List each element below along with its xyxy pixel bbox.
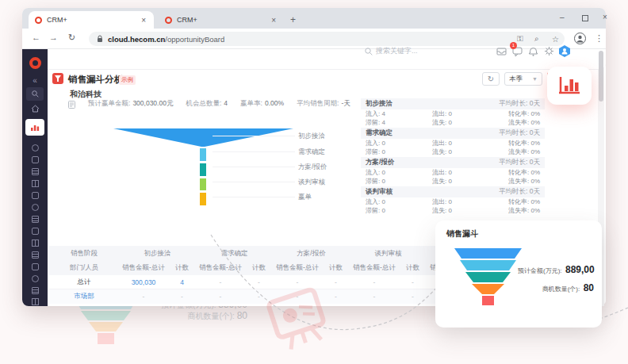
sidebar-icon [32, 275, 39, 282]
dept-link[interactable]: 市场部 [49, 292, 119, 301]
key-icon[interactable]: ⚿ [517, 34, 523, 44]
bar-chart-icon [557, 75, 581, 96]
browser-tab-2[interactable]: CRM+ × [159, 11, 284, 29]
faded-stat-count: 商机数量(个): 80 [143, 310, 247, 322]
notification-badge: 1 [510, 42, 517, 49]
sidebar-item-12[interactable] [27, 263, 43, 270]
sidebar-icon [32, 180, 39, 187]
sidebar-item-13[interactable] [27, 275, 43, 282]
search-glass-icon[interactable]: ⌕ [534, 34, 539, 44]
stage-stay: 滞留: 0 [366, 206, 432, 215]
sidebar-item-10[interactable] [27, 239, 43, 247]
stage-inflow: 流入: 0 [366, 197, 432, 206]
scrollbar-thumb[interactable] [599, 51, 603, 102]
search-placeholder: 搜索关键字... [376, 46, 418, 56]
stage-inflow: 流入: 0 [366, 168, 432, 177]
gear-icon[interactable] [544, 46, 555, 57]
page-title: 销售漏斗分析 [68, 74, 123, 86]
tab-close-icon[interactable]: × [270, 16, 278, 25]
sidebar-icon [32, 168, 39, 175]
stage-section: 需求确定平均时长: 0天 流入: 0流出: 0转化率: 0% 滞留: 0流失: … [361, 128, 545, 157]
refresh-icon[interactable]: ↻ [68, 33, 75, 43]
window-close-button[interactable]: × [603, 13, 607, 21]
chevron-down-icon: ▼ [532, 76, 538, 82]
stage-loss: 流失: 0 [432, 177, 494, 186]
page-title-icon [52, 73, 63, 84]
summary-stat-item: 赢单率:0.00% [240, 99, 284, 109]
card-stat-item: 商机数量(个): 80 [518, 280, 594, 294]
sidebar-item-home[interactable] [27, 105, 43, 113]
sidebar-icon [32, 228, 39, 235]
inbox-icon[interactable] [496, 46, 507, 57]
sidebar-item-6[interactable] [27, 192, 43, 199]
funnel-stage-label: 初步接洽 [298, 132, 346, 141]
stage-name: 谈判审核 [366, 187, 392, 197]
summary-stat-item: 机会总数量:4 [186, 99, 228, 109]
funnel-label-line [213, 167, 295, 167]
stage-conversion: 转化率: 0% [494, 197, 540, 206]
sidebar-item-2[interactable] [27, 144, 43, 151]
sidebar-item-5[interactable] [27, 180, 43, 187]
tab-close-icon[interactable]: × [140, 16, 147, 25]
sidebar-icon [32, 263, 39, 270]
crm-logo-icon [165, 17, 172, 24]
forward-icon[interactable]: → [49, 33, 58, 42]
sidebar-item-8[interactable] [27, 216, 43, 223]
search-icon [365, 48, 373, 56]
window-minimize-button[interactable]: – [560, 13, 565, 21]
sidebar-item-11[interactable] [27, 251, 43, 259]
sidebar-item-3[interactable] [27, 156, 43, 163]
app-search-input[interactable]: 搜索关键字... [365, 46, 418, 56]
stage-section: 初步接洽平均时长: 0天 流入: 4流出: 0转化率: 0% 滞留: 4流失: … [361, 98, 545, 128]
sidebar-collapse-icon[interactable]: « [27, 76, 43, 85]
sidebar-icon [32, 192, 39, 199]
sidebar-item-14[interactable] [27, 287, 43, 294]
window-maximize-button[interactable] [582, 15, 588, 21]
stage-stay: 滞留: 0 [366, 148, 432, 156]
stage-section: 谈判审核平均时长: 0天 流入: 0流出: 0转化率: 0% 滞留: 0流失: … [361, 186, 545, 216]
browser-tab-1[interactable]: CRM+ × [29, 11, 154, 29]
sales-funnel-card[interactable]: 销售漏斗 预计金额(万元): 889,00商机数量(个): 80 [435, 220, 602, 328]
tab-title: CRM+ [47, 16, 140, 24]
stage-conversion: 转化率: 0% [494, 139, 540, 148]
funnel-stage-label: 赢单 [298, 193, 346, 202]
stage-outflow: 流出: 0 [432, 197, 494, 206]
stage-loss-rate: 流失率: 0% [494, 148, 540, 156]
back-icon[interactable]: ← [32, 33, 40, 42]
count-link[interactable]: 4 [168, 278, 196, 286]
chart-feature-card[interactable] [547, 67, 592, 105]
period-value: 本季 [509, 75, 523, 84]
stage-inflow: 流入: 4 [366, 109, 432, 118]
card-title: 销售漏斗 [446, 228, 478, 239]
period-dropdown[interactable]: 本季 ▼ [504, 72, 542, 86]
sidebar-item-7[interactable] [27, 204, 43, 211]
url-input[interactable]: cloud.hecom.cn/opportunityBoard ⚿ ⌕ ☆ [89, 32, 565, 46]
bell-icon[interactable] [528, 46, 539, 57]
amount-link[interactable]: 300,030 [119, 278, 168, 286]
user-avatar-hexagon[interactable] [558, 44, 571, 58]
stage-name: 方案/报价 [366, 158, 394, 167]
funnel-label-line [213, 136, 295, 136]
stage-name: 需求确定 [366, 128, 392, 138]
summary-stats: 预计赢单金额:300,030.00元机会总数量:4赢单率:0.00%平均销售周期… [68, 99, 350, 109]
sidebar-item-9[interactable] [27, 228, 43, 235]
tab-title: CRM+ [177, 16, 270, 24]
funnel-label-line [213, 197, 295, 197]
list-icon [68, 101, 75, 109]
sidebar-item-15[interactable] [27, 298, 43, 305]
stage-avg-duration: 平均时长: 0天 [499, 99, 540, 109]
stage-stay: 滞留: 0 [366, 177, 432, 186]
summary-stat-item: 平均销售周期:-天 [297, 99, 350, 109]
profile-avatar-icon[interactable] [574, 33, 586, 44]
new-tab-button[interactable]: + [290, 14, 296, 25]
stage-loss-rate: 流失率: 0% [494, 118, 540, 127]
page-title-tag: 示例 [119, 75, 136, 85]
sidebar-search-button[interactable] [26, 87, 44, 101]
bookmark-star-icon[interactable]: ☆ [552, 35, 559, 44]
sidebar-item-4[interactable] [27, 168, 43, 175]
sidebar-item-funnel-active[interactable] [25, 119, 44, 136]
browser-menu-icon[interactable]: ⋮ [595, 33, 603, 44]
funnel-stage-label: 需求确定 [298, 148, 346, 157]
refresh-button[interactable]: ↻ [482, 72, 500, 86]
stage-loss: 流失: 0 [432, 206, 494, 215]
